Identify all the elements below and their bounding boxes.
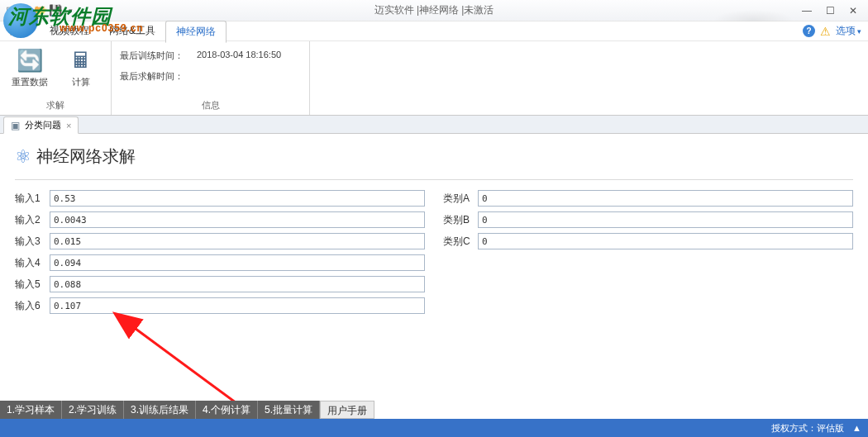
titlebar: ▣ ▢ 📂 💾 ▾ 迈实软件 |神经网络 |未激活 — ☐ ✕ xyxy=(0,0,868,21)
watermark-url: www.pc0359.cn xyxy=(60,22,144,34)
menu-neural-network[interactable]: 神经网络 xyxy=(165,21,227,43)
statusbar-expand-icon[interactable]: ▲ xyxy=(852,423,861,433)
outputs-column: 类别A类别B类别C xyxy=(443,190,853,319)
document-tab-title: 分类问题 xyxy=(25,119,61,131)
input-row: 输入5 xyxy=(15,276,425,292)
input-row: 输入2 xyxy=(15,211,425,228)
divider xyxy=(15,179,853,180)
watermark-globe xyxy=(3,3,38,38)
atom-icon: ⚛ xyxy=(15,146,31,168)
output-field-B[interactable] xyxy=(478,211,853,228)
bottom-tab-3[interactable]: 4.个例计算 xyxy=(196,401,258,419)
close-tab-icon[interactable]: × xyxy=(66,121,71,131)
maximize-button[interactable]: ☐ xyxy=(818,2,842,20)
input-row: 输入3 xyxy=(15,233,425,249)
reset-data-button[interactable]: 🔄 重置数据 xyxy=(8,45,51,88)
statusbar: 授权方式： 评估版 ▲ xyxy=(0,419,868,437)
input-label: 输入5 xyxy=(15,278,50,292)
minimize-button[interactable]: — xyxy=(795,2,818,20)
ribbon: 🔄 重置数据 🖩 计算 求解 最后训练时间： 2018-03-04 18:16:… xyxy=(0,41,868,116)
chevron-down-icon: ▾ xyxy=(857,27,861,36)
document-tab[interactable]: ▣ 分类问题 × xyxy=(3,116,79,134)
calculator-icon: 🖩 xyxy=(67,46,95,74)
bottom-tab-1[interactable]: 2.学习训练 xyxy=(62,401,124,419)
input-field-3[interactable] xyxy=(50,233,425,249)
close-button[interactable]: ✕ xyxy=(842,2,865,20)
output-label: 类别B xyxy=(443,213,478,227)
license-value: 评估版 xyxy=(817,422,844,435)
last-solve-label: 最后求解时间： xyxy=(120,70,184,83)
bottom-tab-5[interactable]: 用户手册 xyxy=(320,401,374,419)
license-label: 授权方式： xyxy=(771,422,817,435)
output-row: 类别B xyxy=(443,211,853,228)
input-label: 输入2 xyxy=(15,213,50,227)
output-label: 类别A xyxy=(443,192,478,206)
input-field-2[interactable] xyxy=(50,211,425,228)
input-label: 输入6 xyxy=(15,299,50,313)
options-link[interactable]: 选项▾ xyxy=(836,24,861,38)
ribbon-group-info-label: 信息 xyxy=(120,99,301,113)
page-heading: ⚛ 神经网络求解 xyxy=(15,145,853,168)
last-train-label: 最后训练时间： xyxy=(120,50,184,62)
app-title: 迈实软件 |神经网络 |未激活 xyxy=(0,3,868,17)
warning-icon[interactable]: ⚠ xyxy=(820,25,831,38)
document-tabs: ▣ 分类问题 × xyxy=(0,116,868,134)
input-row: 输入6 xyxy=(15,297,425,314)
input-label: 输入1 xyxy=(15,192,50,206)
input-field-1[interactable] xyxy=(50,190,425,207)
bottom-tab-4[interactable]: 5.批量计算 xyxy=(258,401,320,419)
output-field-C[interactable] xyxy=(478,233,853,249)
cube-icon: ▣ xyxy=(11,120,20,131)
refresh-icon: 🔄 xyxy=(16,46,44,74)
output-row: 类别C xyxy=(443,233,853,249)
input-row: 输入4 xyxy=(15,254,425,271)
input-label: 输入3 xyxy=(15,235,50,249)
output-field-A[interactable] xyxy=(478,190,853,207)
ribbon-group-solve-label: 求解 xyxy=(8,99,103,113)
bottom-tab-0[interactable]: 1.学习样本 xyxy=(0,401,62,419)
calculate-button[interactable]: 🖩 计算 xyxy=(60,45,103,88)
inputs-column: 输入1输入2输入3输入4输入5输入6 xyxy=(15,190,425,319)
bottom-tab-2[interactable]: 3.训练后结果 xyxy=(124,401,196,419)
last-train-value: 2018-03-04 18:16:50 xyxy=(197,50,281,62)
page-title: 神经网络求解 xyxy=(36,145,136,168)
input-field-4[interactable] xyxy=(50,254,425,271)
help-icon[interactable]: ? xyxy=(803,25,815,37)
content-area: ⚛ 神经网络求解 输入1输入2输入3输入4输入5输入6 类别A类别B类别C xyxy=(0,134,868,401)
input-field-6[interactable] xyxy=(50,297,425,314)
input-field-5[interactable] xyxy=(50,276,425,292)
output-label: 类别C xyxy=(443,235,478,249)
svg-line-0 xyxy=(132,326,331,401)
output-row: 类别A xyxy=(443,190,853,207)
ribbon-group-info: 最后训练时间： 2018-03-04 18:16:50 最后求解时间： 信息 xyxy=(112,41,310,115)
bottom-tabs: 1.学习样本2.学习训练3.训练后结果4.个例计算5.批量计算用户手册 xyxy=(0,401,868,419)
input-row: 输入1 xyxy=(15,190,425,207)
ribbon-group-solve: 🔄 重置数据 🖩 计算 求解 xyxy=(0,41,112,115)
input-label: 输入4 xyxy=(15,256,50,270)
